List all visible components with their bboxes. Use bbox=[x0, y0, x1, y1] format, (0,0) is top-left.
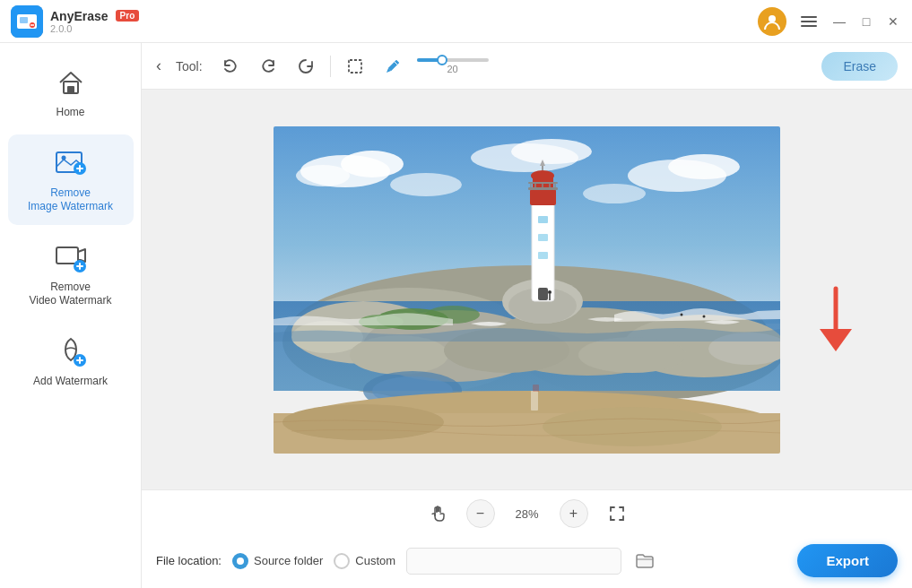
sidebar-item-add-watermark-label: Add Watermark bbox=[33, 375, 108, 389]
sidebar: Home RemoveImage Watermark bbox=[0, 43, 142, 588]
add-watermark-icon bbox=[53, 333, 89, 369]
svg-point-17 bbox=[341, 151, 404, 177]
custom-label: Custom bbox=[355, 554, 395, 567]
svg-point-46 bbox=[543, 407, 722, 446]
svg-point-45 bbox=[282, 404, 444, 440]
zoom-out-button[interactable]: − bbox=[466, 499, 495, 528]
svg-rect-56 bbox=[538, 234, 548, 241]
back-button[interactable]: ‹ bbox=[156, 56, 161, 75]
zoom-bar: − 28% + bbox=[142, 490, 912, 537]
svg-point-8 bbox=[61, 155, 65, 160]
sidebar-item-remove-video-watermark-label: RemoveVideo Watermark bbox=[29, 281, 111, 308]
rotate-button[interactable] bbox=[292, 53, 319, 80]
scene-container bbox=[274, 126, 780, 454]
brush-size-control: 20 bbox=[417, 58, 489, 74]
brush-tool-button[interactable] bbox=[379, 53, 406, 80]
svg-point-36 bbox=[578, 337, 686, 373]
erase-button[interactable]: Erase bbox=[821, 52, 898, 81]
app-title-group: AnyErase Pro 2.0.0 bbox=[50, 9, 139, 34]
home-icon bbox=[53, 65, 89, 100]
svg-rect-71 bbox=[533, 385, 539, 392]
svg-point-69 bbox=[703, 315, 706, 317]
selection-tool-button[interactable] bbox=[342, 53, 369, 80]
file-location-label: File location: bbox=[156, 554, 221, 567]
minimize-button[interactable]: — bbox=[831, 13, 847, 30]
source-folder-label: Source folder bbox=[254, 554, 323, 567]
browse-folder-button[interactable] bbox=[632, 549, 657, 574]
svg-rect-13 bbox=[349, 60, 361, 73]
tool-label: Tool: bbox=[176, 59, 203, 74]
zoom-percentage: 28% bbox=[509, 507, 545, 521]
sidebar-item-remove-image-watermark-label: RemoveImage Watermark bbox=[28, 186, 113, 214]
bottom-bar: − 28% + File location: bbox=[142, 489, 912, 588]
sidebar-item-add-watermark[interactable]: Add Watermark bbox=[8, 323, 134, 400]
svg-point-52 bbox=[531, 170, 554, 181]
redo-button[interactable] bbox=[255, 53, 282, 80]
svg-point-20 bbox=[511, 139, 592, 164]
svg-rect-59 bbox=[528, 187, 558, 190]
sidebar-item-home-label: Home bbox=[56, 106, 84, 120]
image-area bbox=[142, 90, 912, 489]
svg-point-66 bbox=[548, 290, 552, 294]
svg-point-68 bbox=[681, 313, 683, 316]
sidebar-item-home[interactable]: Home bbox=[8, 54, 134, 131]
svg-point-22 bbox=[668, 154, 740, 179]
remove-video-watermark-icon bbox=[53, 239, 89, 275]
svg-point-23 bbox=[390, 173, 462, 196]
sidebar-item-remove-image-watermark[interactable]: RemoveImage Watermark bbox=[8, 134, 134, 225]
svg-rect-55 bbox=[538, 216, 548, 223]
title-bar: AnyErase Pro 2.0.0 — □ ✕ bbox=[0, 0, 912, 43]
source-folder-option[interactable]: Source folder bbox=[232, 553, 323, 569]
remove-image-watermark-icon bbox=[53, 145, 89, 181]
svg-point-18 bbox=[296, 165, 350, 186]
svg-rect-49 bbox=[532, 198, 554, 301]
svg-rect-10 bbox=[56, 247, 78, 264]
svg-rect-58 bbox=[538, 288, 548, 300]
sidebar-item-remove-video-watermark[interactable]: RemoveVideo Watermark bbox=[8, 229, 134, 319]
pro-badge: Pro bbox=[116, 10, 140, 22]
brush-size-value: 20 bbox=[447, 64, 457, 74]
svg-rect-6 bbox=[67, 86, 74, 93]
title-bar-left: AnyErase Pro 2.0.0 bbox=[11, 5, 139, 38]
menu-button[interactable] bbox=[797, 13, 821, 30]
content-area: ‹ Tool: bbox=[142, 43, 912, 588]
hand-tool-button[interactable] bbox=[423, 499, 452, 528]
svg-point-4 bbox=[769, 15, 776, 22]
avatar-icon[interactable] bbox=[758, 7, 786, 36]
custom-radio-circle bbox=[334, 553, 350, 569]
svg-rect-65 bbox=[528, 182, 558, 184]
close-button[interactable]: ✕ bbox=[885, 13, 901, 30]
app-icon bbox=[11, 5, 43, 38]
separator bbox=[330, 56, 331, 77]
source-folder-radio-check bbox=[232, 553, 248, 569]
export-button[interactable]: Export bbox=[797, 544, 898, 577]
maximize-button[interactable]: □ bbox=[858, 13, 874, 30]
zoom-in-button[interactable]: + bbox=[560, 499, 588, 528]
undo-button[interactable] bbox=[217, 53, 244, 80]
title-bar-right: — □ ✕ bbox=[758, 7, 901, 36]
fullscreen-button[interactable] bbox=[603, 499, 631, 528]
svg-rect-2 bbox=[20, 17, 28, 23]
arrow-indicator bbox=[809, 284, 863, 359]
app-name: AnyErase bbox=[50, 9, 109, 23]
svg-rect-57 bbox=[538, 252, 548, 259]
svg-point-24 bbox=[583, 184, 646, 203]
brush-slider-track[interactable] bbox=[417, 58, 489, 62]
svg-rect-70 bbox=[531, 391, 538, 411]
app-version: 2.0.0 bbox=[50, 23, 139, 34]
svg-marker-72 bbox=[820, 329, 852, 351]
custom-option[interactable]: Custom bbox=[334, 553, 395, 569]
main-layout: Home RemoveImage Watermark bbox=[0, 43, 912, 588]
toolbar: ‹ Tool: bbox=[142, 43, 912, 90]
file-location-bar: File location: Source folder Custom bbox=[142, 537, 912, 588]
custom-path-input[interactable] bbox=[406, 548, 621, 575]
